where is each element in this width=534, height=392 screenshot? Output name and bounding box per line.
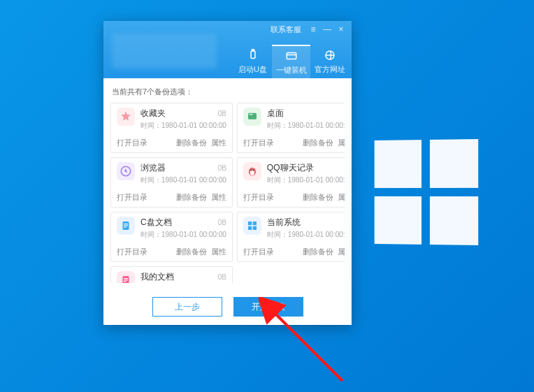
open-dir-link[interactable]: 打开目录: [243, 247, 274, 257]
properties-link[interactable]: 属性: [338, 247, 345, 257]
svg-rect-16: [248, 222, 252, 225]
card-size: 0B: [218, 273, 226, 281]
backup-cards-grid: 收藏夹 0B 时间：1980-01-01 00:00:00 打开目录 删除备份 …: [110, 103, 345, 283]
windows-background-logo: [375, 139, 479, 245]
svg-point-9: [250, 170, 254, 176]
open-dir-link[interactable]: 打开目录: [117, 192, 147, 203]
svg-rect-19: [253, 226, 257, 230]
backup-card-sys: 当前系统 0B 时间：1980-01-01 00:00:00 打开目录 删除备份…: [237, 212, 345, 262]
svg-rect-21: [124, 278, 128, 279]
header: 联系客服 ≡ — × 启动U盘 一键装机: [103, 21, 352, 78]
fav-icon: [117, 108, 135, 126]
properties-link[interactable]: 属性: [211, 138, 226, 148]
cdoc-icon: [117, 217, 135, 235]
card-size: 0B: [218, 219, 226, 226]
prev-button[interactable]: 上一步: [152, 297, 222, 317]
delete-backup-link[interactable]: 删除备份: [176, 138, 207, 148]
properties-link[interactable]: 属性: [338, 192, 345, 203]
card-title: 我的文档: [140, 271, 174, 283]
close-button[interactable]: ×: [335, 24, 347, 35]
card-time: 时间：1980-01-01 00:00:00: [267, 121, 345, 131]
content-area: 当前共有7个备份选项： 收藏夹 0B 时间：1980-01-01 00:00:0…: [103, 78, 352, 289]
tab-usb-boot[interactable]: 启动U盘: [233, 45, 272, 78]
open-dir-link[interactable]: 打开目录: [117, 247, 147, 257]
delete-backup-link[interactable]: 删除备份: [176, 247, 207, 257]
svg-rect-18: [248, 226, 252, 230]
card-title: 当前系统: [267, 217, 301, 228]
start-install-button[interactable]: 开始安装: [233, 297, 303, 317]
mydoc-icon: [117, 271, 135, 283]
contact-link[interactable]: 联系客服: [270, 24, 301, 35]
properties-link[interactable]: 属性: [211, 247, 226, 257]
card-time: 时间：1980-01-01 00:00:00: [267, 175, 345, 185]
menu-button[interactable]: ≡: [307, 24, 319, 35]
usb-icon: [246, 48, 260, 62]
sys-icon: [243, 217, 261, 235]
app-logo: [112, 34, 217, 68]
card-size: 0B: [218, 110, 226, 117]
tab-official-website[interactable]: 官方网址: [310, 45, 349, 78]
backup-card-mydoc: 我的文档 0B 时间：1980-01-01 00:00:00 打开目录 删除备份…: [110, 266, 233, 283]
svg-rect-6: [249, 114, 252, 115]
svg-rect-2: [287, 53, 296, 59]
app-window: 联系客服 ≡ — × 启动U盘 一键装机: [103, 21, 352, 325]
card-size: 0B: [344, 164, 345, 172]
card-title: 浏览器: [140, 162, 166, 174]
backup-card-fav: 收藏夹 0B 时间：1980-01-01 00:00:00 打开目录 删除备份 …: [110, 103, 233, 153]
backup-card-cdoc: C盘文档 0B 时间：1980-01-01 00:00:00 打开目录 删除备份…: [110, 212, 233, 262]
svg-rect-13: [124, 224, 128, 224]
svg-rect-1: [252, 50, 254, 51]
brow-icon: [117, 162, 135, 180]
minimize-button[interactable]: —: [321, 24, 333, 35]
card-title: QQ聊天记录: [267, 162, 314, 174]
delete-backup-link[interactable]: 删除备份: [303, 192, 333, 203]
svg-rect-17: [253, 222, 257, 225]
desk-icon: [243, 108, 261, 126]
qq-icon: [243, 162, 261, 180]
card-title: 桌面: [267, 108, 284, 119]
svg-rect-22: [124, 280, 128, 280]
tab-label: 官方网址: [315, 64, 345, 75]
svg-point-10: [250, 170, 252, 171]
open-dir-link[interactable]: 打开目录: [243, 192, 274, 203]
card-time: 时间：1980-01-01 00:00:00: [140, 175, 226, 185]
footer: 上一步 开始安装: [103, 289, 352, 325]
card-time: 时间：1980-01-01 00:00:00: [140, 230, 226, 240]
properties-link[interactable]: 属性: [211, 192, 226, 203]
tab-onekey-install[interactable]: 一键装机: [272, 45, 310, 78]
delete-backup-link[interactable]: 删除备份: [303, 247, 333, 257]
backup-card-desk: 桌面 0B 时间：1980-01-01 00:00:00 打开目录 删除备份 属…: [237, 103, 345, 153]
card-title: C盘文档: [140, 217, 172, 228]
svg-point-11: [252, 170, 254, 171]
tab-label: 一键装机: [276, 65, 307, 75]
card-size: 0B: [218, 164, 226, 172]
ie-icon: [323, 48, 337, 62]
delete-backup-link[interactable]: 删除备份: [176, 192, 207, 203]
backup-card-brow: 浏览器 0B 时间：1980-01-01 00:00:00 打开目录 删除备份 …: [110, 157, 233, 208]
properties-link[interactable]: 属性: [338, 138, 345, 148]
tabs: 启动U盘 一键装机 官方网址: [233, 45, 349, 78]
backup-count-label: 当前共有7个备份选项：: [110, 84, 345, 103]
svg-rect-14: [124, 225, 128, 226]
svg-rect-23: [124, 282, 127, 282]
card-time: 时间：1980-01-01 00:00:00: [140, 121, 226, 131]
card-size: 0B: [344, 110, 345, 117]
backup-card-qq: QQ聊天记录 0B 时间：1980-01-01 00:00:00 打开目录 删除…: [237, 157, 345, 208]
card-title: 收藏夹: [140, 108, 166, 119]
svg-rect-5: [248, 113, 257, 119]
tab-label: 启动U盘: [238, 64, 267, 75]
svg-rect-0: [251, 51, 255, 59]
card-time: 时间：1980-01-01 00:00:00: [267, 230, 345, 240]
open-dir-link[interactable]: 打开目录: [243, 138, 274, 148]
install-icon: [284, 49, 298, 63]
card-size: 0B: [344, 219, 345, 226]
delete-backup-link[interactable]: 删除备份: [303, 138, 333, 148]
svg-rect-15: [124, 227, 127, 228]
open-dir-link[interactable]: 打开目录: [117, 138, 147, 148]
